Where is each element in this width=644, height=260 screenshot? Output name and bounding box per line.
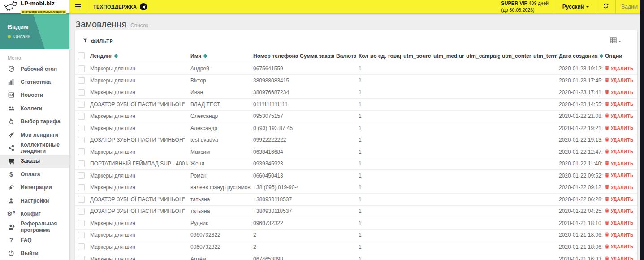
cell-phone: +380930118537	[251, 194, 298, 206]
column-header-sum: Сумма заказа	[298, 49, 334, 63]
column-header-name[interactable]: Имя	[188, 49, 251, 63]
cell-landing: Маркеры для шин	[88, 217, 188, 230]
delete-button[interactable]: УДАЛИТЬ	[605, 221, 633, 226]
delete-button[interactable]: УДАЛИТЬ	[605, 185, 633, 190]
cell-name: Віктор	[188, 75, 251, 87]
row-checkbox[interactable]	[78, 232, 85, 238]
delete-button[interactable]: УДАЛИТЬ	[605, 173, 633, 178]
cell-date: 2020-01-23 14:55:18	[557, 99, 603, 111]
question-icon: ?	[8, 237, 15, 243]
cell-utm-campaign	[464, 253, 500, 260]
delete-button[interactable]: УДАЛИТЬ	[605, 232, 633, 238]
row-checkbox[interactable]	[78, 208, 85, 215]
row-checkbox[interactable]	[78, 65, 85, 72]
row-checkbox[interactable]	[78, 137, 85, 143]
filter-button[interactable]: ФИЛЬТР	[83, 38, 113, 44]
page-scrollbar[interactable]	[640, 0, 644, 260]
column-header-utm-campaign: utm_campaign	[464, 49, 500, 63]
row-checkbox[interactable]	[78, 77, 85, 84]
delete-button[interactable]: УДАЛИТЬ	[605, 208, 633, 214]
sidebar-item-tariff[interactable]: Выбор тарифа	[0, 115, 69, 128]
row-checkbox[interactable]	[78, 125, 85, 131]
delete-button[interactable]: УДАЛИТЬ	[605, 256, 633, 260]
columns-button[interactable]	[610, 37, 621, 45]
cell-landing: Маркеры для шин	[88, 253, 188, 260]
delete-button[interactable]: УДАЛИТЬ	[605, 197, 633, 202]
sidebar-item-faq[interactable]: ? FAQ	[0, 234, 69, 247]
cell-currency	[334, 253, 356, 260]
cell-utm-term	[531, 75, 557, 87]
delete-button[interactable]: УДАЛИТЬ	[605, 126, 633, 131]
cell-sum	[298, 217, 334, 230]
column-header-landing[interactable]: Лендинг	[88, 49, 188, 63]
sidebar-item-news[interactable]: Новости	[0, 89, 69, 102]
row-checkbox[interactable]	[78, 148, 85, 155]
sidebar-item-referral[interactable]: Реферальная программа	[0, 221, 69, 234]
sidebar-item-statistics[interactable]: Статистика	[0, 75, 69, 88]
delete-button[interactable]: УДАЛИТЬ	[605, 113, 633, 119]
support-label: ТЕХПОДДЕРЖКА	[93, 4, 137, 9]
row-checkbox[interactable]	[78, 172, 85, 179]
delete-button[interactable]: УДАЛИТЬ	[605, 137, 633, 143]
refresh-button[interactable]	[596, 0, 615, 13]
cell-utm-source	[401, 110, 431, 122]
row-checkbox[interactable]	[78, 243, 85, 250]
sidebar-item-orders[interactable]: Заказы	[0, 155, 69, 168]
row-checkbox[interactable]	[78, 256, 85, 260]
tariff-hand-icon	[8, 118, 15, 125]
row-checkbox[interactable]	[78, 101, 85, 108]
hamburger-icon[interactable]	[69, 0, 87, 13]
logo[interactable]: LP-mobi.biz Конструктор мобильных лендин…	[0, 0, 69, 13]
stats-icon	[8, 79, 15, 85]
trash-icon	[605, 90, 609, 95]
cell-utm-medium	[431, 241, 464, 253]
delete-button[interactable]: УДАЛИТЬ	[605, 102, 633, 107]
cell-utm-source	[401, 182, 431, 194]
language-selector[interactable]: Русский	[555, 0, 596, 13]
cell-date: 2020-01-23 19:12:43	[557, 63, 603, 75]
cell-utm-medium	[431, 75, 464, 87]
delete-button[interactable]: УДАЛИТЬ	[605, 244, 633, 250]
table-header-row: Лендинг Имя Номер телефона Сумма заказа …	[75, 49, 637, 63]
cell-name: татьяна	[188, 205, 251, 217]
sidebar-item-dashboard[interactable]: Рабочий стол	[0, 62, 69, 75]
delete-button[interactable]: УДАЛИТЬ	[605, 149, 633, 155]
support-button[interactable]: ТЕХПОДДЕРЖКА	[87, 0, 153, 13]
sidebar-item-config[interactable]: ⚙⚙ Конфиг	[0, 207, 69, 220]
chevron-down-icon	[618, 41, 621, 43]
delete-button[interactable]: УДАЛИТЬ	[605, 66, 633, 71]
column-header-date[interactable]: Дата создания	[557, 49, 603, 63]
sidebar-item-payment[interactable]: $ Оплата	[0, 168, 69, 181]
cell-date: 2020-01-22 09:12:28	[557, 182, 603, 194]
delete-button[interactable]: УДАЛИТЬ	[605, 90, 633, 95]
sidebar-item-settings[interactable]: Настройки	[0, 194, 69, 207]
cell-utm-medium	[431, 122, 464, 134]
sidebar-item-colleagues[interactable]: Коллеги	[0, 102, 69, 115]
cell-utm-term	[531, 87, 557, 99]
cell-qty: 1	[356, 229, 401, 241]
cell-utm-term	[531, 217, 557, 230]
delete-button[interactable]: УДАЛИТЬ	[605, 161, 633, 166]
sidebar-item-my-landings[interactable]: Мои лендинги	[0, 128, 69, 141]
row-checkbox[interactable]	[78, 184, 85, 191]
language-label: Русский	[562, 4, 584, 10]
sidebar-item-logout[interactable]: Выйти	[0, 247, 69, 260]
logo-dog-icon	[3, 0, 19, 13]
row-checkbox[interactable]	[78, 89, 85, 96]
row-checkbox[interactable]	[78, 220, 85, 226]
sidebar-item-integrations[interactable]: Интеграции	[0, 181, 69, 194]
select-all-checkbox[interactable]	[78, 52, 85, 59]
column-header-phone[interactable]: Номер телефона	[251, 49, 298, 63]
cell-landing: Маркеры для шин	[88, 110, 188, 122]
row-checkbox[interactable]	[78, 196, 85, 203]
sidebar-item-collective-landings[interactable]: Коллективные лендинги	[0, 141, 69, 154]
cell-utm-content	[500, 122, 531, 134]
cell-name: Иван	[188, 87, 251, 99]
cell-utm-campaign	[464, 110, 500, 122]
trash-icon	[605, 173, 609, 178]
trash-icon	[605, 78, 609, 83]
row-checkbox[interactable]	[78, 160, 85, 167]
delete-button[interactable]: УДАЛИТЬ	[605, 78, 633, 83]
row-checkbox[interactable]	[78, 113, 85, 120]
cell-qty: 1	[356, 134, 401, 146]
